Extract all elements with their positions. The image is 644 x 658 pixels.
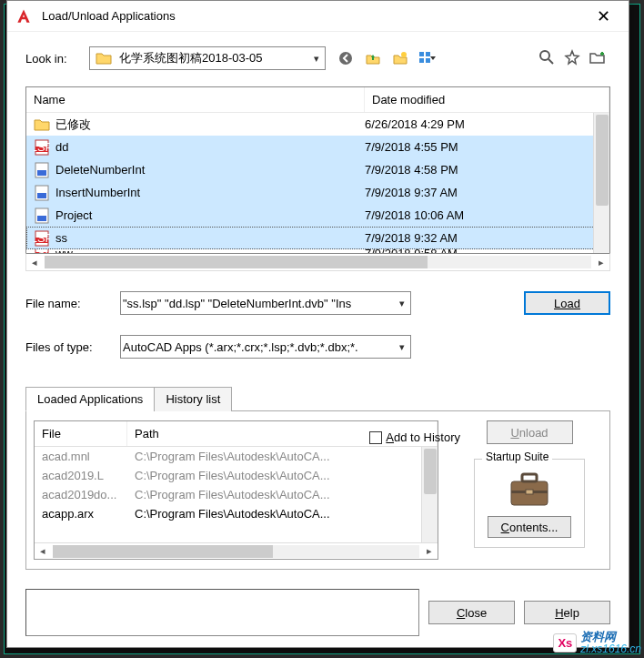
file-date: 7/9/2018 10:06 AM [365,208,609,222]
svg-point-0 [339,52,352,65]
lsp-file-icon: LSP [34,139,50,156]
file-list-header: Name Date modified [26,87,609,113]
view-menu-button[interactable] [417,47,438,69]
column-name[interactable]: Name [26,87,365,112]
file-date: 7/9/2018 9:37 AM [365,186,609,199]
file-date: 7/9/2018 4:55 PM [365,140,609,154]
tab-loaded[interactable]: Loaded Applications [25,387,155,411]
column-date[interactable]: Date modified [365,87,609,112]
close-button[interactable]: Close [428,601,515,624]
file-name: DeleteNumberInt [55,163,365,177]
types-label: Files of type: [25,340,111,354]
loaded-col-file[interactable]: File [35,421,127,446]
scroll-right-icon[interactable]: ▸ [593,257,609,268]
file-row[interactable]: LSPdd7/9/2018 4:55 PM [26,136,609,158]
nav-toolbar [335,47,438,69]
loaded-row[interactable]: acapp.arxC:\Program Files\Autodesk\AutoC… [35,504,438,523]
loaded-row[interactable]: acad.mnlC:\Program Files\Autodesk\AutoCA… [35,447,438,466]
add-folder-button[interactable] [587,46,609,68]
briefcase-icon[interactable] [508,469,551,509]
svg-text:LSP: LSP [34,140,50,154]
svg-rect-4 [419,58,424,63]
file-name: dd [55,140,365,154]
horizontal-scrollbar[interactable]: ◂ ▸ [25,253,610,271]
file-date: 7/9/2018 9:58 AM [365,249,609,253]
scroll-left-icon[interactable]: ◂ [26,257,43,268]
scroll-left-icon[interactable]: ◂ [35,545,51,557]
file-date: 6/26/2018 4:29 PM [365,117,609,131]
file-row[interactable]: InsertNumberInt7/9/2018 9:37 AM [26,181,609,204]
add-history-label: Add to History [386,430,460,444]
favorites-button[interactable] [561,46,583,68]
load-button[interactable]: Load [524,291,610,315]
unload-button[interactable]: Unload [487,420,573,444]
file-date: 7/9/2018 9:32 AM [365,231,609,245]
folder-icon [34,116,50,133]
svg-rect-24 [522,474,537,481]
loaded-path: C:\Program Files\Autodesk\AutoCA... [135,507,430,521]
back-button[interactable] [335,47,357,69]
chevron-down-icon[interactable]: ▾ [308,53,325,65]
vertical-scrollbar[interactable] [593,113,609,253]
loaded-path: C:\Program Files\Autodesk\AutoCA... [135,488,430,501]
search-icon [538,49,555,66]
dvb-file-icon [34,162,50,178]
scroll-thumb[interactable] [596,115,609,206]
dialog-footer: Close Help [25,589,610,636]
up-button[interactable] [362,47,384,69]
loaded-body[interactable]: acad.mnlC:\Program Files\Autodesk\AutoCA… [35,447,438,542]
search-button[interactable] [536,46,558,68]
file-date: 7/9/2018 4:58 PM [365,163,609,177]
loaded-row[interactable]: acad2019.LC:\Program Files\Autodesk\Auto… [35,466,438,485]
chevron-down-icon[interactable]: ▾ [394,341,410,353]
startup-suite-group: Startup Suite Contents... [474,459,585,548]
close-icon[interactable]: ✕ [585,6,621,26]
file-row[interactable]: LSPss7/9/2018 9:32 AM [26,227,609,249]
dvb-file-icon [34,208,50,224]
scroll-right-icon[interactable]: ▸ [421,545,438,557]
chevron-down-icon[interactable]: ▾ [394,298,410,309]
types-combo[interactable]: AutoCAD Apps (*.arx;*.crx;*.lsp;*.dvb;*.… [120,335,411,359]
scroll-thumb[interactable] [53,545,273,558]
add-to-history[interactable]: Add to History [369,430,460,444]
add-history-checkbox[interactable] [369,431,382,444]
file-list-body[interactable]: 已修改6/26/2018 4:29 PMLSPdd7/9/2018 4:55 P… [26,113,609,253]
loaded-file: acad2019.L [42,469,135,482]
loaded-file: acad2019do... [42,488,135,501]
horizontal-scrollbar[interactable]: ◂ ▸ [35,542,438,559]
file-row[interactable]: 已修改6/26/2018 4:29 PM [26,113,609,136]
contents-button[interactable]: Contents... [488,516,571,538]
back-icon [338,51,353,66]
scroll-thumb[interactable] [45,256,428,268]
filename-combo[interactable]: "ss.lsp" "dd.lsp" "DeleteNumberInt.dvb" … [120,291,411,315]
status-box [25,589,419,636]
svg-point-6 [540,51,549,60]
scroll-thumb[interactable] [424,449,437,494]
file-name: ww [55,249,365,253]
titlebar[interactable]: Load/Unload Applications ✕ [7,1,629,32]
look-in-combo[interactable]: 化学系统图初稿2018-03-05 ▾ [89,46,326,70]
dialog-body: Look in: 化学系统图初稿2018-03-05 ▾ Name Da [7,32,629,579]
file-row[interactable]: LSPww7/9/2018 9:58 AM [26,249,609,253]
tab-history[interactable]: History list [154,387,232,411]
vertical-scrollbar[interactable] [421,447,438,542]
types-value: AutoCAD Apps (*.arx;*.crx;*.lsp;*.dvb;*.… [121,340,394,354]
load-unload-dialog: Load/Unload Applications ✕ Look in: 化学系统… [6,0,629,648]
file-list: Name Date modified 已修改6/26/2018 4:29 PML… [25,86,610,253]
loaded-row[interactable]: acad2019do...C:\Program Files\Autodesk\A… [35,485,438,504]
svg-rect-5 [426,58,430,63]
file-row[interactable]: DeleteNumberInt7/9/2018 4:58 PM [26,158,609,181]
new-folder-icon [393,51,408,66]
file-row[interactable]: Project7/9/2018 10:06 AM [26,204,609,227]
new-folder-button[interactable] [389,47,411,69]
loaded-file: acad.mnl [42,450,135,463]
scroll-track[interactable] [53,545,419,558]
scroll-track[interactable] [45,256,591,268]
svg-rect-3 [426,52,430,56]
lsp-file-icon: LSP [34,249,50,253]
help-button[interactable]: Help [524,601,610,624]
svg-text:LSP: LSP [34,249,50,253]
file-name: ss [55,231,365,245]
autocad-icon [15,7,33,25]
loaded-path: C:\Program Files\Autodesk\AutoCA... [135,450,430,463]
